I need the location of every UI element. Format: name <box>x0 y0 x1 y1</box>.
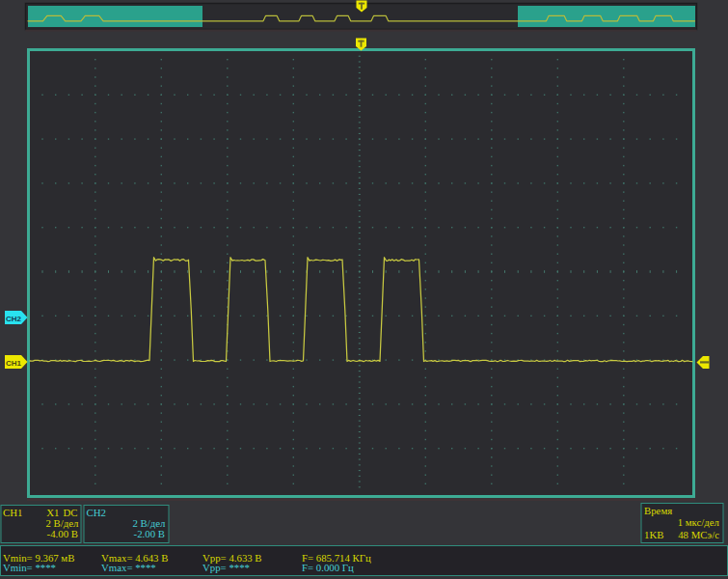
svg-text:48 МСэ/с: 48 МСэ/с <box>678 529 719 540</box>
svg-text:F= 0.000 Гц: F= 0.000 Гц <box>302 562 354 573</box>
svg-text:-4.00 В: -4.00 В <box>47 528 78 539</box>
svg-text:Время: Время <box>644 505 672 516</box>
svg-text:Vmax= ****: Vmax= **** <box>101 562 156 573</box>
svg-text:CH2: CH2 <box>6 315 22 323</box>
svg-text:CH1: CH1 <box>3 507 22 518</box>
svg-text:CH2: CH2 <box>87 507 106 518</box>
svg-text:1KB: 1KB <box>644 529 663 540</box>
svg-text:Vmin= ****: Vmin= **** <box>3 562 56 573</box>
svg-text:Vpp= ****: Vpp= **** <box>202 562 250 573</box>
svg-text:1 мкс/дел: 1 мкс/дел <box>678 516 720 528</box>
svg-text:-2.00 В: -2.00 В <box>134 528 165 539</box>
svg-text:CH1: CH1 <box>6 359 22 368</box>
